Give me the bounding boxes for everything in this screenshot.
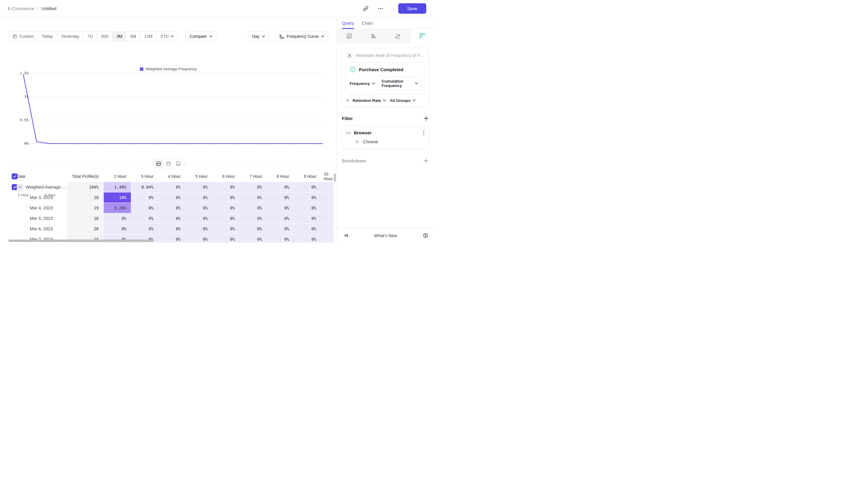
breadcrumb-report-title[interactable]: Untitled bbox=[41, 6, 57, 11]
retention-cell: 0% bbox=[239, 203, 267, 213]
range-custom-button[interactable]: Custom bbox=[9, 32, 38, 41]
filter-operator[interactable]: Is bbox=[355, 139, 359, 144]
tab-query[interactable]: Query bbox=[342, 17, 354, 29]
report-type-insights-tab[interactable] bbox=[337, 29, 362, 43]
breadcrumb-project-link[interactable]: E-Commerce bbox=[8, 6, 34, 11]
row-label-cell: Weighted Average ... bbox=[17, 182, 67, 192]
vertical-scrollbar[interactable] bbox=[334, 173, 336, 182]
retention-value: 0% bbox=[230, 216, 235, 221]
date-range-group: CustomTodayYesterday7D30D3M6M12MXTD bbox=[8, 31, 178, 41]
table-row: Mar 3, 20231010%0%0%0%0%0%0%0% bbox=[0, 192, 337, 202]
row-select-cell bbox=[0, 213, 17, 223]
chart-style-label: Frequency Curve bbox=[287, 34, 319, 39]
tab-chart[interactable]: Chart bbox=[362, 17, 373, 29]
column-header-hour: 6 Hour bbox=[212, 174, 239, 179]
more-options-button[interactable] bbox=[376, 4, 385, 13]
metric-dropdown[interactable]: Retention Rate bbox=[352, 98, 386, 103]
retention-value: 0% bbox=[203, 205, 208, 210]
compare-button[interactable]: Compare bbox=[185, 31, 216, 41]
collapse-panel-button[interactable] bbox=[342, 232, 350, 239]
row-expander-button[interactable] bbox=[17, 184, 23, 190]
compare-label: Compare bbox=[190, 34, 207, 39]
add-filter-button[interactable] bbox=[423, 115, 429, 122]
layout-chart-only-button[interactable] bbox=[164, 159, 174, 168]
row-select-cell bbox=[0, 192, 17, 202]
range-12m-button[interactable]: 12M bbox=[141, 32, 156, 41]
frequency-type-dropdown[interactable]: Cumulative Frequency bbox=[378, 76, 422, 90]
row-date-label: Mar 6, 2023 bbox=[30, 226, 53, 231]
filter-value[interactable]: Chrome bbox=[363, 139, 378, 144]
range-30d-button[interactable]: 30D bbox=[97, 32, 113, 41]
report-type-retention-tab[interactable] bbox=[410, 29, 434, 43]
ellipsis-icon bbox=[378, 6, 383, 11]
retention-cell: 0% bbox=[131, 203, 158, 213]
chart-style-dropdown[interactable]: Frequency Curve bbox=[275, 31, 328, 41]
column-header-hour: 7 Hour bbox=[239, 174, 267, 179]
column-header-hour: 5 Hour bbox=[185, 174, 212, 179]
retention-cell: 0% bbox=[267, 213, 293, 223]
retention-cell: 0% bbox=[212, 192, 239, 202]
copy-link-button[interactable] bbox=[362, 4, 370, 13]
retention-value: 0% bbox=[176, 237, 181, 241]
layout-table-only-button[interactable] bbox=[174, 159, 183, 168]
event-hexagon-icon bbox=[350, 66, 355, 73]
bar-chart-icon bbox=[370, 33, 376, 39]
chevron-down-icon bbox=[209, 35, 212, 37]
top-panel-icon bbox=[166, 161, 171, 166]
table-row: Mar 6, 2023200%0%0%0%0%0%0%0% bbox=[0, 224, 337, 234]
check-icon bbox=[13, 186, 17, 189]
row-select-cell bbox=[0, 224, 17, 234]
metric-hash-icon: # bbox=[346, 98, 349, 103]
retention-cell: 0% bbox=[212, 203, 239, 213]
range-label: 30D bbox=[101, 34, 108, 39]
range-today-button[interactable]: Today bbox=[38, 32, 57, 41]
range-label: 7D bbox=[87, 34, 93, 39]
retention-cell: 0% bbox=[239, 234, 267, 243]
filter-property[interactable]: Browser bbox=[354, 130, 419, 135]
layout-split-view-button[interactable] bbox=[154, 159, 164, 168]
save-button[interactable]: Save bbox=[398, 3, 426, 14]
frequency-dropdown[interactable]: Frequency bbox=[350, 81, 375, 86]
string-property-icon: Aa bbox=[346, 130, 350, 135]
retention-value: 0% bbox=[311, 226, 316, 231]
frequency-type-value: Cumulative Frequency bbox=[381, 79, 412, 88]
legend-item-weighted-average[interactable]: Weighted Average Frequency bbox=[140, 67, 197, 71]
event-selector[interactable]: Purchase Completed bbox=[350, 66, 422, 73]
column-header-label: 2 Hour bbox=[114, 174, 126, 179]
horizontal-scrollbar[interactable] bbox=[8, 239, 154, 242]
column-header-date: Date bbox=[17, 174, 67, 179]
range-7d-button[interactable]: 7D bbox=[84, 32, 97, 41]
retention-cell: 0% bbox=[185, 203, 212, 213]
whats-new-link[interactable]: What's New bbox=[350, 233, 422, 238]
range-label: Today bbox=[42, 34, 53, 39]
retention-value: 0% bbox=[284, 216, 289, 221]
add-breakdown-button[interactable] bbox=[423, 158, 429, 164]
report-type-flows-tab[interactable] bbox=[386, 29, 410, 43]
row-label-cell: Mar 5, 2023 bbox=[17, 213, 67, 223]
column-header-total: Total Profile(s) bbox=[67, 174, 104, 179]
groups-dropdown[interactable]: All Groups bbox=[390, 98, 415, 103]
column-header-label: 7 Hour bbox=[249, 174, 262, 179]
toggle-side-by-side-button[interactable] bbox=[422, 232, 429, 239]
retention-cell: 0% bbox=[267, 182, 293, 192]
retention-cell: 0% bbox=[131, 224, 158, 234]
column-header-hour: 2 Hour bbox=[104, 174, 131, 179]
retention-cell: 0% bbox=[212, 234, 239, 243]
filter-kebab-menu[interactable] bbox=[422, 130, 426, 136]
retention-cell: 0% bbox=[293, 203, 321, 213]
retention-cell: 0% bbox=[131, 192, 158, 202]
retention-value: 0% bbox=[230, 195, 235, 200]
range-yesterday-button[interactable]: Yesterday bbox=[57, 32, 84, 41]
granularity-dropdown[interactable]: Day bbox=[248, 31, 269, 41]
step-title: Retention Rate of Frequency of P... bbox=[356, 53, 423, 58]
total-profiles-cell: 20 bbox=[67, 224, 104, 234]
range-3m-button[interactable]: 3M bbox=[113, 32, 126, 41]
retention-cell-clipped bbox=[321, 234, 334, 243]
report-type-funnels-tab[interactable] bbox=[362, 29, 386, 43]
retention-cell: 0% bbox=[239, 192, 267, 202]
range-xtd-button[interactable]: XTD bbox=[156, 32, 178, 41]
range-6m-button[interactable]: 6M bbox=[126, 32, 140, 41]
row-date-label: Mar 5, 2023 bbox=[30, 216, 53, 221]
step-letter-badge: A bbox=[346, 52, 353, 59]
retention-cell: 0% bbox=[212, 182, 239, 192]
